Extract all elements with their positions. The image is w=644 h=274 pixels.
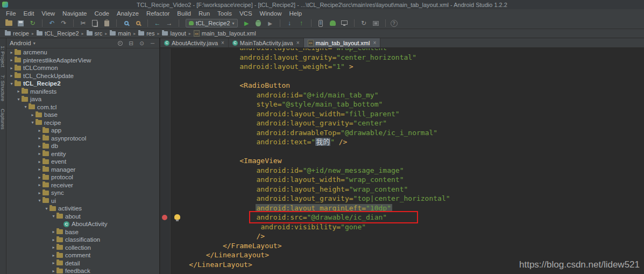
tree-chevron-icon[interactable]: ▾ (30, 120, 36, 125)
tree-item-recipe[interactable]: ▾recipe (6, 119, 159, 127)
tree-chevron-icon[interactable]: ▸ (9, 58, 15, 62)
menu-item-build[interactable]: Build (173, 10, 195, 17)
tree-item-base[interactable]: ▸base (6, 228, 159, 236)
tree-chevron-icon[interactable]: ▸ (37, 144, 43, 149)
tree-item-collection[interactable]: ▸collection (6, 244, 159, 252)
undo-icon[interactable]: ↶ (47, 19, 56, 27)
breadcrumb-item-layout[interactable]: layout (160, 30, 187, 37)
tree-chevron-icon[interactable]: ▸ (9, 66, 15, 71)
tree-item-detail[interactable]: ▸detail (6, 259, 159, 268)
tree-item-activities[interactable]: ▾activities (6, 205, 159, 213)
tree-item-event[interactable]: ▸event (6, 158, 159, 166)
tree-chevron-icon[interactable]: ▸ (16, 89, 22, 94)
close-icon[interactable]: × (221, 40, 224, 46)
tool-button-1-project[interactable]: 1: Project (0, 46, 6, 67)
menu-item-edit[interactable]: Edit (20, 10, 38, 17)
menu-item-run[interactable]: Run (195, 10, 214, 17)
tree-item-comment[interactable]: ▸comment (6, 251, 159, 259)
tree-item-pinterestlikeadapterview[interactable]: ▸pinterestlikeAdapterView (6, 57, 159, 65)
tree-chevron-icon[interactable]: ▸ (9, 73, 15, 78)
tree-item-com-tcl[interactable]: ▾com.tcl (6, 103, 159, 111)
menu-item-refactor[interactable]: Refactor (143, 10, 173, 17)
tree-chevron-icon[interactable]: ▸ (37, 167, 43, 172)
tree-item-tclcommon[interactable]: ▸tCLCommon (6, 64, 159, 72)
find-icon[interactable] (122, 19, 131, 27)
menu-item-view[interactable]: View (38, 10, 59, 17)
tree-chevron-icon[interactable]: ▸ (37, 128, 43, 133)
paste-icon[interactable] (102, 19, 111, 27)
tree-item-arcmenu[interactable]: ▸arcmenu (6, 48, 159, 57)
run-configuration-select[interactable]: tCL_Recipe2▾ (186, 19, 238, 27)
tree-item-entity[interactable]: ▸entity (6, 150, 159, 158)
menu-item-window[interactable]: Window (256, 10, 286, 17)
forward-icon[interactable]: → (165, 19, 174, 27)
menu-item-vcs[interactable]: VCS (236, 10, 256, 17)
sdk-icon[interactable] (328, 19, 337, 27)
close-icon[interactable]: × (296, 40, 300, 46)
tree-chevron-icon[interactable]: ▾ (44, 206, 49, 211)
tree-chevron-icon[interactable]: ▸ (9, 50, 15, 55)
tree-chevron-icon[interactable]: ▾ (51, 214, 56, 219)
gear-icon[interactable] (117, 40, 124, 47)
tree-chevron-icon[interactable]: ▸ (30, 113, 36, 117)
collapse-all-icon[interactable]: ⊟ (128, 40, 135, 47)
tool-button-7-structure[interactable]: 7: Structure (0, 75, 6, 101)
breadcrumb-item-main[interactable]: main (108, 30, 132, 37)
tree-item-base[interactable]: ▸base (6, 111, 159, 119)
tree-chevron-icon[interactable]: ▾ (23, 104, 29, 109)
menu-item-file[interactable]: File (2, 10, 20, 17)
commit-icon[interactable]: ↑ (297, 19, 306, 27)
tree-item-db[interactable]: ▸db (6, 142, 159, 150)
update-icon[interactable]: ↓ (285, 19, 294, 27)
tree-chevron-icon[interactable]: ▸ (37, 136, 43, 140)
menu-item-code[interactable]: Code (90, 10, 113, 17)
tree-item-java[interactable]: ▾java (6, 95, 159, 103)
gradle-sync-icon[interactable]: ↻ (359, 19, 369, 27)
tree-chevron-icon[interactable]: ▾ (9, 81, 15, 86)
tree-chevron-icon[interactable]: ▸ (37, 182, 43, 187)
sync-icon[interactable]: ↻ (28, 19, 37, 27)
menu-item-analyze[interactable]: Analyze (113, 10, 143, 17)
hide-icon[interactable]: ─ (149, 40, 156, 47)
back-icon[interactable]: ← (153, 19, 162, 27)
run-icon[interactable]: ▶ (242, 19, 251, 27)
tool-button-captures[interactable]: Captures (0, 109, 6, 130)
tree-item-tcl-recipe2[interactable]: ▾tCL_Recipe2 (6, 80, 159, 88)
tree-chevron-icon[interactable]: ▸ (51, 237, 56, 242)
tree-chevron-icon[interactable]: ▸ (37, 159, 43, 164)
code-area[interactable]: android:layout_height="wrap_content" and… (160, 48, 644, 274)
close-icon[interactable]: × (373, 40, 376, 46)
tree-item-classification[interactable]: ▸classification (6, 236, 159, 244)
tree-chevron-icon[interactable]: ▸ (51, 269, 56, 273)
menu-item-navigate[interactable]: Navigate (59, 10, 90, 17)
breadcrumb-item-recipe[interactable]: recipe (3, 30, 31, 37)
tree-item-aboutactivity[interactable]: CAboutActivity (6, 220, 159, 228)
help-icon[interactable]: ? (391, 20, 398, 27)
tree-chevron-icon[interactable]: ▸ (51, 261, 56, 265)
scroll-to-source-icon[interactable]: ⊙ (138, 40, 145, 47)
tree-item-manager[interactable]: ▸manager (6, 166, 159, 174)
breadcrumb-item-tcl-recipe2[interactable]: tCL_Recipe2 (35, 30, 81, 37)
coverage-icon[interactable]: ▶ (266, 19, 275, 27)
avd-icon[interactable] (316, 19, 325, 27)
tab-main-tab-layout-xml[interactable]: <>main_tab_layout.xml× (304, 38, 381, 47)
breadcrumb-item-res[interactable]: res (137, 30, 156, 37)
tree-item-feedback[interactable]: ▸feedback (6, 267, 159, 274)
breakpoint-icon[interactable] (162, 215, 167, 220)
tree-item-app[interactable]: ▸app (6, 127, 159, 135)
tree-item-protocol[interactable]: ▸protocol (6, 173, 159, 181)
tree-chevron-icon[interactable]: ▸ (51, 253, 56, 258)
open-icon[interactable] (4, 19, 13, 27)
tree-item-asynprotocol[interactable]: ▸asynprotocol (6, 135, 159, 143)
tree-chevron-icon[interactable]: ▸ (51, 245, 56, 250)
cut-icon[interactable]: ✂ (79, 19, 88, 27)
tree-item-tcl-checkupdate[interactable]: ▸tCL_CheckUpdate (6, 72, 159, 80)
project-view-selector[interactable]: Android (10, 40, 31, 46)
tree-chevron-icon[interactable]: ▸ (37, 151, 43, 156)
tab-aboutactivity-java[interactable]: CAboutActivity.java× (160, 38, 229, 47)
gradle-console-icon[interactable] (371, 19, 380, 27)
menu-item-tools[interactable]: Tools (214, 10, 236, 17)
copy-icon[interactable] (90, 19, 100, 27)
debug-icon[interactable] (254, 19, 263, 27)
tree-chevron-icon[interactable]: ▾ (37, 198, 43, 203)
